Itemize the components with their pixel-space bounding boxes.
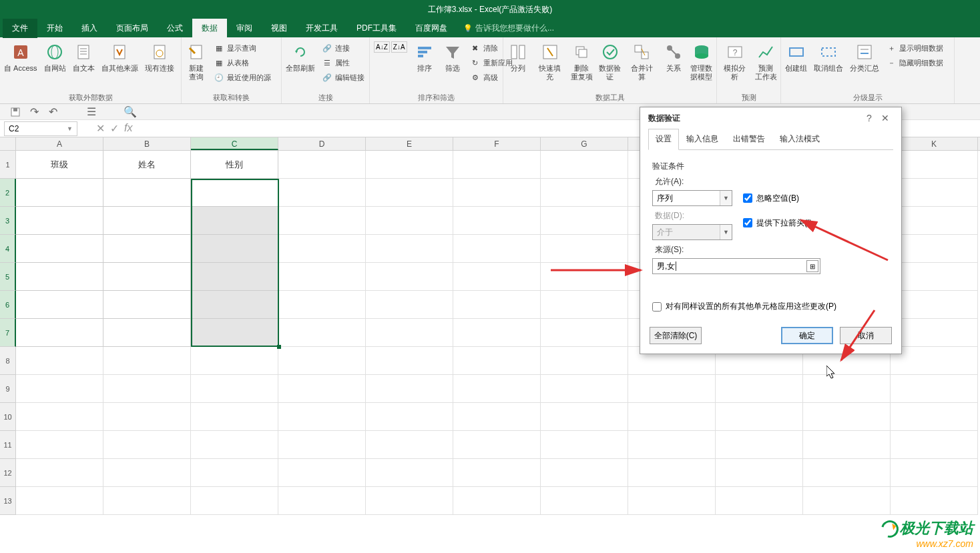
cell[interactable] [16, 459, 103, 487]
name-box[interactable]: C2 ▼ [4, 121, 77, 136]
flash-fill-button[interactable]: 快速填充 [533, 40, 567, 83]
cell[interactable] [891, 319, 978, 347]
accept-formula-icon[interactable]: ✓ [110, 122, 119, 135]
filter-button[interactable]: 筛选 [439, 40, 466, 74]
cell[interactable] [891, 263, 978, 291]
cell[interactable] [103, 291, 191, 319]
cell[interactable] [16, 179, 103, 207]
cell[interactable] [16, 431, 103, 459]
row-header[interactable]: 8 [0, 347, 16, 375]
cell[interactable] [103, 403, 191, 431]
redo-button[interactable]: ↷ [28, 106, 40, 118]
clear-all-button[interactable]: 全部清除(C) [650, 327, 702, 344]
forecast-sheet-button[interactable]: 预测 工作表 [752, 40, 779, 83]
cell[interactable] [278, 319, 366, 347]
cell[interactable] [103, 263, 191, 291]
touch-mode-button[interactable]: ☰ [85, 106, 97, 118]
cell[interactable] [191, 291, 278, 319]
cell[interactable] [278, 487, 366, 515]
cell[interactable] [278, 347, 366, 375]
from-text-button[interactable]: 自文本 [70, 40, 97, 74]
cell[interactable] [366, 347, 453, 375]
apply-all-checkbox[interactable]: 对有同样设置的所有其他单元格应用这些更改(P) [652, 301, 889, 312]
row-header[interactable]: 5 [0, 263, 16, 291]
cell[interactable] [803, 431, 891, 459]
cell[interactable] [191, 347, 278, 375]
group-button[interactable]: 创建组 [782, 40, 810, 74]
cell[interactable] [891, 179, 978, 207]
cell[interactable] [541, 291, 628, 319]
cell[interactable] [453, 431, 541, 459]
new-query-button[interactable]: 新建 查询 [183, 40, 210, 83]
row-header[interactable]: 12 [0, 459, 16, 487]
col-header-b[interactable]: B [103, 137, 191, 150]
cell[interactable] [891, 431, 978, 459]
row-header[interactable]: 2 [0, 179, 16, 207]
cell[interactable] [366, 207, 453, 235]
tab-data[interactable]: 数据 [192, 19, 227, 38]
from-access-button[interactable]: A自 Access [1, 40, 40, 74]
cell[interactable] [191, 179, 278, 207]
recent-sources-button[interactable]: 🕘最近使用的源 [211, 71, 274, 84]
cell[interactable] [891, 403, 978, 431]
cell[interactable] [628, 375, 716, 403]
cell[interactable] [541, 263, 628, 291]
cell[interactable] [366, 403, 453, 431]
cell[interactable] [278, 375, 366, 403]
existing-conn-button[interactable]: 现有连接 [142, 40, 177, 74]
cell[interactable] [16, 263, 103, 291]
cell[interactable] [541, 403, 628, 431]
col-header-a[interactable]: A [16, 137, 103, 150]
cell[interactable] [16, 319, 103, 347]
tab-pdf[interactable]: PDF工具集 [347, 19, 406, 38]
col-header-k[interactable]: K [891, 137, 978, 150]
dlg-tab-settings[interactable]: 设置 [648, 129, 679, 150]
cell[interactable] [716, 487, 803, 515]
cell[interactable] [453, 151, 541, 179]
cell[interactable] [366, 263, 453, 291]
cell[interactable] [16, 375, 103, 403]
cell[interactable] [103, 459, 191, 487]
col-header-g[interactable]: G [541, 137, 628, 150]
cell[interactable] [16, 347, 103, 375]
cell[interactable] [541, 431, 628, 459]
cell[interactable] [453, 403, 541, 431]
cell[interactable] [366, 319, 453, 347]
cell[interactable] [191, 235, 278, 263]
ok-button[interactable]: 确定 [781, 327, 833, 344]
cell[interactable] [541, 151, 628, 179]
tab-layout[interactable]: 页面布局 [107, 19, 158, 38]
cell[interactable] [716, 403, 803, 431]
cancel-formula-icon[interactable]: ✕ [96, 122, 105, 135]
range-picker-button[interactable]: ⊞ [806, 260, 818, 272]
cell[interactable] [891, 151, 978, 179]
cell[interactable] [16, 291, 103, 319]
cell[interactable] [541, 375, 628, 403]
cell[interactable] [453, 347, 541, 375]
subtotal-button[interactable]: 分类汇总 [847, 40, 882, 74]
cell[interactable] [453, 235, 541, 263]
cell[interactable] [103, 347, 191, 375]
sort-button[interactable]: 排序 [411, 40, 438, 74]
tab-dev[interactable]: 开发工具 [296, 19, 347, 38]
cell[interactable] [628, 487, 716, 515]
cell[interactable] [366, 375, 453, 403]
cell[interactable] [716, 459, 803, 487]
cell[interactable] [16, 235, 103, 263]
whatif-button[interactable]: ?模拟分析 [718, 40, 751, 83]
cell[interactable] [191, 431, 278, 459]
ungroup-button[interactable]: 取消组合 [811, 40, 846, 74]
help-button[interactable]: ? [861, 113, 877, 123]
cell[interactable] [278, 291, 366, 319]
cell[interactable] [278, 403, 366, 431]
cell[interactable] [366, 291, 453, 319]
consolidate-button[interactable]: 合并计算 [625, 40, 659, 83]
dropdown-checkbox[interactable]: 提供下拉箭头(I) [743, 217, 812, 229]
cell[interactable] [103, 375, 191, 403]
row-header[interactable]: 9 [0, 375, 16, 403]
cell[interactable] [278, 235, 366, 263]
save-button[interactable] [9, 106, 21, 118]
col-header-e[interactable]: E [366, 137, 453, 150]
tab-insert[interactable]: 插入 [72, 19, 107, 38]
cell[interactable] [103, 207, 191, 235]
